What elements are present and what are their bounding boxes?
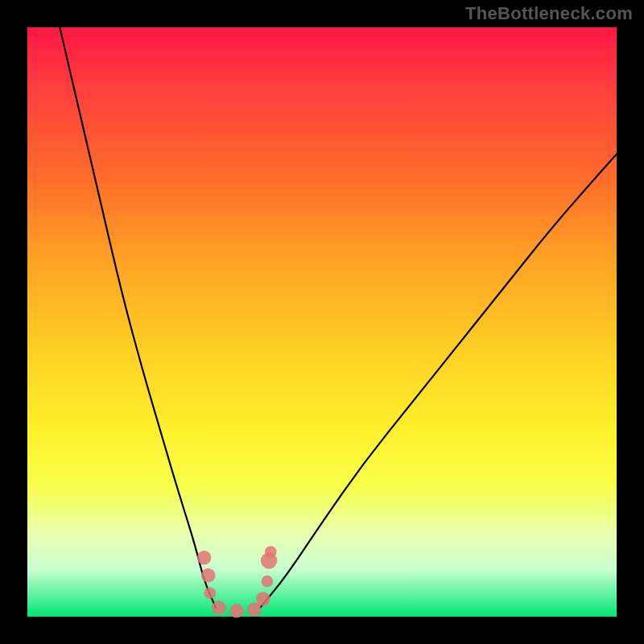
plot-area	[27, 27, 617, 617]
chart-frame: TheBottleneck.com	[0, 0, 644, 644]
bead-marker	[201, 568, 216, 583]
bead-marker	[256, 592, 270, 606]
bead-marker	[262, 576, 274, 588]
bead-marker	[265, 546, 277, 558]
highlight-beads	[197, 546, 277, 617]
bead-marker	[197, 551, 212, 565]
right-curve	[260, 154, 617, 608]
bead-marker	[204, 587, 217, 599]
left-curve	[60, 27, 216, 608]
chart-svg	[27, 27, 617, 617]
bead-marker	[229, 604, 244, 618]
attribution-text: TheBottleneck.com	[465, 3, 633, 24]
bead-marker	[212, 601, 226, 615]
